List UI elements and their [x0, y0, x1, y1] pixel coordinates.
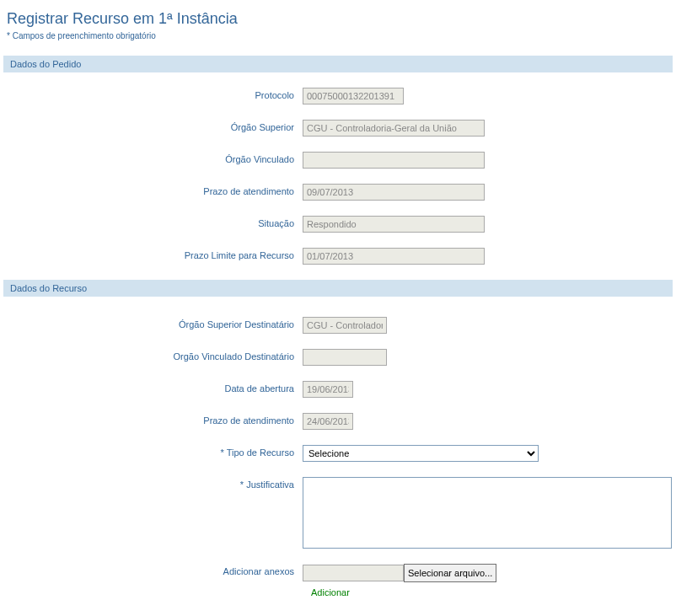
page-title: Registrar Recurso em 1ª Instância [7, 10, 673, 28]
row-protocolo: Protocolo [3, 88, 673, 104]
row-justificativa: * Justificativa [3, 477, 673, 549]
row-prazo-atendimento-recurso: Prazo de atendimento [3, 413, 673, 430]
select-file-button[interactable]: Selecionar arquivo... [404, 564, 496, 582]
data-abertura-field [303, 381, 353, 398]
label-prazo-atendimento: Prazo de atendimento [3, 184, 303, 196]
adicionar-link[interactable]: Adicionar [311, 587, 673, 597]
prazo-atendimento-recurso-field [303, 413, 353, 430]
required-fields-note: * Campos de preenchimento obrigatório [7, 31, 673, 40]
prazo-limite-recurso-field [303, 248, 485, 265]
label-protocolo: Protocolo [3, 88, 303, 100]
label-adicionar-anexos: Adicionar anexos [3, 564, 303, 576]
label-data-abertura: Data de abertura [3, 381, 303, 394]
label-orgao-vinc-dest: Orgão Vinculado Destinatário [3, 349, 303, 362]
row-orgao-vinc-dest: Orgão Vinculado Destinatário [3, 349, 673, 366]
prazo-atendimento-field [303, 184, 485, 201]
row-prazo-limite-recurso: Prazo Limite para Recurso [3, 248, 673, 265]
label-prazo-atendimento-recurso: Prazo de atendimento [3, 413, 303, 426]
row-orgao-superior: Órgão Superior [3, 120, 673, 137]
orgao-vinc-dest-field [303, 349, 387, 366]
orgao-sup-dest-field [303, 317, 387, 334]
protocolo-field [303, 88, 404, 104]
label-situacao: Situação [3, 216, 303, 228]
label-justificativa: * Justificativa [3, 477, 303, 490]
section-header-pedido: Dados do Pedido [3, 56, 673, 72]
label-prazo-limite-recurso: Prazo Limite para Recurso [3, 248, 303, 260]
row-orgao-vinculado: Órgão Vinculado [3, 152, 673, 169]
orgao-superior-field [303, 120, 485, 137]
label-orgao-vinculado: Órgão Vinculado [3, 152, 303, 164]
row-situacao: Situação [3, 216, 673, 233]
label-orgao-superior: Órgão Superior [3, 120, 303, 132]
situacao-field [303, 216, 485, 233]
file-path-display [303, 565, 404, 581]
orgao-vinculado-field [303, 152, 485, 169]
justificativa-textarea[interactable] [303, 477, 672, 549]
row-tipo-recurso: * Tipo de Recurso Selecione [3, 445, 673, 462]
row-prazo-atendimento: Prazo de atendimento [3, 184, 673, 201]
tipo-recurso-select[interactable]: Selecione [303, 445, 539, 462]
row-adicionar-anexos: Adicionar anexos Selecionar arquivo... [3, 564, 673, 582]
row-data-abertura: Data de abertura [3, 381, 673, 398]
label-orgao-sup-dest: Órgão Superior Destinatário [3, 317, 303, 329]
section-header-recurso: Dados do Recurso [3, 280, 673, 297]
label-tipo-recurso: * Tipo de Recurso [3, 445, 303, 458]
row-orgao-sup-dest: Órgão Superior Destinatário [3, 317, 673, 334]
